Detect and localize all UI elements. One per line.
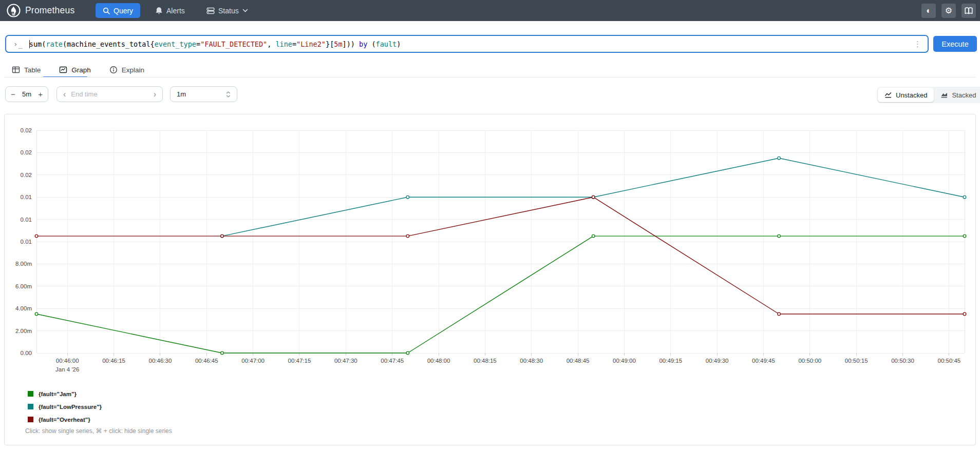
- data-point[interactable]: [963, 234, 966, 238]
- app-title: Prometheus: [25, 5, 74, 16]
- search-icon: [103, 7, 110, 14]
- tab-table-label: Table: [24, 66, 41, 74]
- range-decrease-button[interactable]: −: [11, 90, 15, 98]
- promql-token-plain: =: [196, 40, 200, 48]
- resolution-value[interactable]: 1m: [177, 90, 186, 98]
- x-tick-label: 00:46:45: [195, 358, 218, 364]
- y-tick-label: 4.00m: [15, 305, 32, 311]
- x-tick-label: 00:46:00: [56, 358, 79, 364]
- promql-token-plain: ,: [267, 40, 275, 48]
- y-tick-label: 0.02: [21, 172, 32, 178]
- data-point[interactable]: [592, 234, 595, 238]
- stacked-button[interactable]: Stacked: [934, 88, 980, 102]
- book-icon: [965, 7, 973, 14]
- data-point[interactable]: [778, 234, 781, 238]
- nav-status-label: Status: [218, 7, 239, 15]
- legend-label: {fault="Jam"}: [39, 391, 77, 397]
- query-options-kebab-icon[interactable]: ⋮: [914, 40, 921, 49]
- x-tick-label: 00:48:00: [427, 358, 450, 364]
- result-tabs: Table Graph Explain: [4, 63, 152, 77]
- promql-token-str: "Line2": [296, 40, 326, 48]
- data-point[interactable]: [963, 195, 966, 199]
- x-tick-label: 00:47:15: [288, 358, 311, 364]
- promql-token-dur: 5m: [334, 40, 342, 48]
- y-tick-label: 0.01: [21, 239, 32, 245]
- stacking-toggle: Unstacked Stacked: [877, 87, 980, 103]
- tab-graph[interactable]: Graph: [51, 63, 99, 77]
- resolution-spinner[interactable]: [226, 91, 231, 97]
- data-point[interactable]: [406, 195, 409, 199]
- theme-toggle-button[interactable]: ◐: [921, 4, 936, 18]
- chevron-up-icon: [226, 91, 231, 94]
- x-tick-label: 00:49:15: [659, 358, 682, 364]
- data-point[interactable]: [592, 195, 595, 199]
- x-tick-label: 00:46:30: [149, 358, 172, 364]
- nav-status-menu[interactable]: Status: [206, 0, 248, 21]
- chevron-down-icon: [226, 95, 231, 97]
- end-time-forward-button[interactable]: ›: [154, 90, 156, 99]
- y-tick-label: 0.02: [21, 127, 32, 133]
- y-tick-label: 8.00m: [15, 261, 32, 267]
- promql-token-plain: }[: [326, 40, 334, 48]
- time-series-chart[interactable]: 0.020.020.020.010.010.018.00m6.00m4.00m2…: [5, 114, 975, 381]
- area-chart-icon: [940, 91, 948, 99]
- nav-alerts[interactable]: Alerts: [155, 0, 185, 21]
- end-time-placeholder[interactable]: End time: [71, 90, 153, 98]
- x-tick-label: 00:48:30: [520, 358, 543, 364]
- data-point[interactable]: [963, 312, 966, 316]
- series-line-0: [36, 236, 965, 353]
- data-point[interactable]: [778, 156, 781, 160]
- data-point[interactable]: [406, 351, 409, 355]
- promql-expression-text: sum(rate(machine_events_total{event_type…: [29, 40, 401, 48]
- range-value[interactable]: 5m: [22, 90, 31, 98]
- data-point[interactable]: [35, 312, 38, 316]
- top-navbar: Prometheus Query Alerts Status ◐ ⚙: [0, 0, 980, 21]
- x-tick-label: 00:46:15: [102, 358, 125, 364]
- legend-item[interactable]: {fault="Overheat"}: [28, 413, 102, 426]
- legend-label: {fault="LowPressure"}: [39, 404, 102, 410]
- promql-token-label: line: [275, 40, 292, 48]
- promql-expression-input[interactable]: ›_ sum(rate(machine_events_total{event_t…: [5, 35, 929, 53]
- graph-icon: [59, 66, 67, 74]
- promql-token-kw: by: [359, 40, 367, 48]
- tab-explain[interactable]: Explain: [102, 63, 152, 77]
- contrast-icon: ◐: [926, 7, 931, 15]
- legend-swatch: [28, 391, 33, 397]
- stacked-label: Stacked: [952, 91, 976, 99]
- y-tick-label: 0.01: [21, 194, 32, 200]
- promql-token-plain: (machine_events_total{: [63, 40, 155, 48]
- data-point[interactable]: [406, 234, 409, 238]
- end-time-back-button[interactable]: ‹: [63, 90, 66, 99]
- range-increase-button[interactable]: +: [38, 90, 43, 98]
- data-point[interactable]: [221, 234, 224, 238]
- nav-query-button[interactable]: Query: [96, 3, 140, 18]
- legend-item[interactable]: {fault="LowPressure"}: [28, 400, 102, 413]
- prometheus-logo-icon: [7, 4, 21, 17]
- range-input: − 5m +: [5, 86, 48, 102]
- legend-item[interactable]: {fault="Jam"}: [28, 387, 102, 400]
- x-tick-label: 00:50:15: [845, 358, 868, 364]
- x-tick-label: 00:47:45: [381, 358, 404, 364]
- end-time-picker[interactable]: ‹ End time ›: [56, 86, 163, 102]
- settings-button[interactable]: ⚙: [941, 4, 956, 18]
- execute-button[interactable]: Execute: [933, 36, 977, 52]
- data-point[interactable]: [221, 351, 224, 355]
- server-icon: [206, 7, 215, 15]
- data-point[interactable]: [35, 234, 38, 238]
- resolution-input[interactable]: 1m: [170, 86, 237, 102]
- legend-swatch: [28, 417, 33, 422]
- data-point[interactable]: [778, 312, 781, 316]
- unstacked-button[interactable]: Unstacked: [878, 88, 934, 102]
- promql-token-plain: ): [397, 40, 401, 48]
- prometheus-brand[interactable]: Prometheus: [7, 4, 74, 17]
- tabs-divider: [4, 77, 976, 77]
- x-tick-label: 00:47:00: [241, 358, 265, 364]
- promql-token-plain: sum(: [29, 40, 46, 48]
- legend-hint: Click: show single series, ⌘ + click: hi…: [25, 427, 172, 435]
- table-icon: [12, 66, 20, 74]
- promql-token-plain: =: [292, 40, 296, 48]
- promql-token-str: "FAULT_DETECTED": [200, 40, 267, 48]
- x-tick-label: 00:48:45: [567, 358, 590, 364]
- docs-button[interactable]: [962, 4, 976, 18]
- tab-table[interactable]: Table: [4, 63, 48, 77]
